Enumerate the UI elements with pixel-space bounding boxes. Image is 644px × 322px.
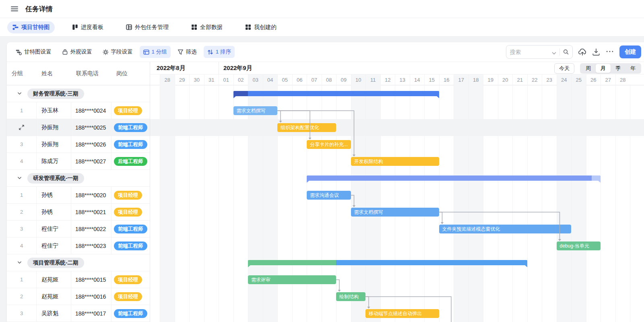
table-row[interactable]: 孙振翔188****0025前端工程师 — [7, 119, 150, 136]
task-bar[interactable]: 文件夹预览描述模态窗优化 — [439, 225, 572, 233]
create-button[interactable]: 创建 — [619, 45, 641, 58]
row-index-cell: 2 — [7, 288, 37, 305]
phone-cell: 188****0025 — [71, 119, 111, 136]
group-row[interactable]: 项目管理系统-二期 — [7, 254, 150, 271]
task-bar[interactable]: 开发权限结构 — [351, 157, 439, 166]
group-chevron-down-icon[interactable] — [17, 260, 22, 265]
tool-字段设置[interactable]: 字段设置 — [99, 46, 136, 58]
tool-甘特图设置[interactable]: 甘特图设置 — [12, 46, 55, 58]
tool-外观设置[interactable]: 外观设置 — [58, 46, 96, 58]
tool-1 排序[interactable]: 1 排序 — [204, 46, 235, 58]
role-badge: 前端工程师 — [114, 309, 147, 318]
tab-label: 进度看板 — [81, 24, 103, 31]
tab-我创建的[interactable]: 我创建的 — [240, 21, 282, 33]
role-cell: 前端工程师 — [111, 119, 150, 136]
task-bar[interactable]: 组织架构配置优化 — [277, 123, 336, 132]
day-header-cell: 09 — [336, 74, 351, 85]
table-row[interactable]: 1赵苑姬188****0015项目经理 — [7, 271, 150, 288]
tool-label: 1 分组 — [152, 48, 167, 56]
toolbar: 甘特图设置外观设置字段设置1 分组筛选1 排序 创建 — [7, 42, 644, 62]
tab-项目甘特图[interactable]: 项目甘特图 — [7, 21, 55, 33]
gridline — [454, 85, 454, 322]
month-label: 2022年8月 — [157, 64, 186, 72]
table-row[interactable]: 3孙振翔188****0026前端工程师 — [7, 136, 150, 153]
zoom-option-周[interactable]: 周 — [581, 64, 596, 73]
role-cell: 项目经理 — [111, 102, 150, 119]
tool-label: 甘特图设置 — [24, 48, 52, 56]
task-bar[interactable]: 移动端节点描述自动弹出 — [365, 309, 439, 318]
table-pane: 分组姓名联系电话岗位 财务管理系统-三期1孙玉林188****0024项目经理孙… — [7, 62, 150, 322]
gridline — [512, 85, 513, 322]
zoom-option-月[interactable]: 月 — [596, 64, 611, 73]
day-header-cell: 29 — [175, 74, 190, 85]
task-bar[interactable]: 需求文档撰写 — [233, 106, 278, 115]
gridline — [527, 85, 528, 322]
cloud-upload-icon[interactable] — [578, 48, 586, 56]
day-header-cell: 22 — [527, 74, 542, 85]
search-box[interactable] — [506, 45, 573, 59]
group-chevron-down-icon[interactable] — [17, 91, 22, 96]
table-row[interactable]: 4程佳宁188****0023前端工程师 — [7, 237, 150, 254]
tab-进度看板[interactable]: 进度看板 — [67, 21, 109, 33]
download-icon[interactable] — [592, 48, 600, 56]
tab-全部数据[interactable]: 全部数据 — [186, 21, 228, 33]
summary-bar[interactable] — [307, 175, 601, 181]
search-input[interactable] — [510, 49, 552, 55]
link-arrowhead — [338, 290, 341, 292]
gantt-chart-icon — [12, 24, 19, 30]
table-row[interactable]: 2孙锈188****0021项目经理 — [7, 204, 150, 221]
more-ellipsis-icon[interactable] — [606, 48, 614, 56]
summary-left-cap — [307, 180, 310, 183]
today-button[interactable]: 今天 — [554, 63, 574, 74]
row-index-cell: 1 — [7, 102, 37, 119]
search-icon[interactable] — [563, 49, 569, 55]
group-row[interactable]: 研发管理系统-一期 — [7, 170, 150, 187]
link-arrowhead — [309, 138, 312, 140]
divider — [559, 48, 560, 56]
chevron-down-icon[interactable] — [552, 50, 556, 54]
role-cell: 前端工程师 — [111, 221, 150, 237]
funnel-icon — [178, 49, 184, 55]
zoom-option-季[interactable]: 季 — [611, 64, 625, 73]
table-row[interactable]: 4陈成万188****0027后端工程师 — [7, 153, 150, 170]
table-row[interactable]: 3吴跻魁188****0017前端工程师 — [7, 305, 150, 322]
task-bar[interactable]: 绘制结构 — [336, 292, 365, 301]
table-row[interactable]: 2赵苑姬188****0016项目经理 — [7, 288, 150, 305]
day-header-cell: 18 — [469, 74, 483, 85]
task-bar[interactable]: 分享卡片的补充... — [307, 140, 351, 149]
day-header-cell: 14 — [410, 74, 425, 85]
phone-cell: 188****0026 — [71, 136, 111, 153]
day-header-cell: 05 — [277, 74, 292, 85]
task-bar[interactable]: debug-当单元 — [557, 242, 601, 250]
role-badge: 项目经理 — [114, 191, 142, 200]
role-badge: 前端工程师 — [114, 123, 147, 132]
summary-segment — [307, 175, 592, 181]
role-cell: 项目经理 — [111, 204, 150, 220]
name-cell: 孙振翔 — [37, 136, 71, 153]
role-cell: 前端工程师 — [111, 305, 150, 322]
summary-bar[interactable] — [248, 260, 527, 265]
group-chevron-down-icon[interactable] — [17, 176, 22, 180]
day-header-cell: 19 — [483, 74, 498, 85]
group-row[interactable]: 财务管理系统-三期 — [7, 85, 150, 102]
task-bar[interactable]: 需求评审 — [248, 275, 336, 284]
tool-筛选[interactable]: 筛选 — [174, 46, 200, 58]
name-cell: 程佳宁 — [37, 237, 71, 254]
day-header-cell: 28 — [160, 74, 175, 85]
tab-外包任务管理[interactable]: 外包任务管理 — [121, 21, 174, 33]
table-row[interactable]: 1孙玉林188****0024项目经理 — [7, 102, 150, 119]
task-bar[interactable]: 需求文档撰写 — [351, 208, 439, 217]
summary-segment — [248, 91, 439, 96]
hamburger-menu-icon[interactable] — [11, 6, 18, 12]
table-row[interactable]: 1孙锈188****0020项目经理 — [7, 187, 150, 204]
day-header-cell: 03 — [248, 74, 263, 85]
toolbar-left: 甘特图设置外观设置字段设置1 分组筛选1 排序 — [12, 46, 235, 58]
gridline — [219, 85, 219, 322]
expand-icon[interactable] — [19, 124, 25, 130]
zoom-option-年[interactable]: 年 — [625, 64, 640, 73]
tool-1 分组[interactable]: 1 分组 — [140, 46, 171, 58]
table-row[interactable]: 3程佳宁188****0022前端工程师 — [7, 221, 150, 237]
task-bar[interactable]: 需求沟通会议 — [307, 191, 351, 200]
summary-bar[interactable] — [233, 91, 439, 96]
phone-cell: 188****0021 — [71, 204, 111, 220]
